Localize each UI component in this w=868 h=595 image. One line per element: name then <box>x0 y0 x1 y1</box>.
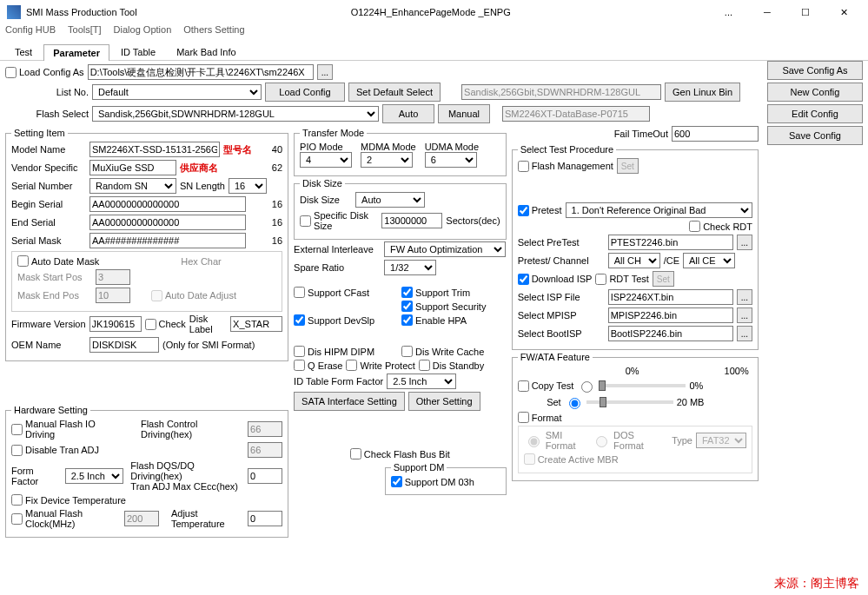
flash-ctrl-input <box>248 421 282 437</box>
maximize-button[interactable]: ☐ <box>788 2 823 23</box>
pretest-file-input[interactable] <box>608 235 733 250</box>
spare-ratio-select[interactable]: 1/32 <box>384 260 436 275</box>
ext-interleave-select[interactable]: FW Auto Optimization <box>384 241 506 257</box>
disk-label-input[interactable] <box>230 316 282 332</box>
disable-tran-check[interactable] <box>11 445 23 456</box>
specific-size-input[interactable] <box>381 213 442 228</box>
fail-timeout-input[interactable] <box>672 126 759 142</box>
copy-test-check[interactable] <box>518 380 529 392</box>
fs-type-select: FAT32 <box>696 433 746 448</box>
load-config-as-check[interactable] <box>5 67 17 78</box>
format-check[interactable] <box>518 412 529 423</box>
new-config-button[interactable]: New Config <box>767 83 863 102</box>
vendor-input[interactable] <box>89 160 176 175</box>
check-fw-check[interactable] <box>145 319 156 330</box>
set-default-button[interactable]: Set Default Select <box>348 83 441 102</box>
mode-label: O1224H_EnhancePageMode _ENPG <box>137 7 725 17</box>
test-procedure-group: Select Test Procedure Flash Management S… <box>512 144 759 350</box>
fw-version-input[interactable] <box>89 316 142 332</box>
check-bus-check[interactable] <box>350 448 361 459</box>
channel-select[interactable]: All CH <box>608 253 660 268</box>
bank-info <box>461 84 661 100</box>
hw-formfactor-select[interactable]: 2.5 Inch <box>65 468 124 484</box>
menu-tools[interactable]: Tools[T] <box>68 24 102 42</box>
bootisp-browse-button[interactable]: ... <box>737 326 752 341</box>
other-setting-button[interactable]: Other Setting <box>408 392 480 411</box>
support-dm03-check[interactable] <box>391 476 402 487</box>
serial-select[interactable]: Random SN <box>89 178 176 194</box>
oem-input[interactable] <box>89 337 159 353</box>
hardware-setting-group: Hardware Setting Manual Flash IO Driving… <box>5 405 288 538</box>
manual-io-check[interactable] <box>11 424 23 435</box>
mbr-check <box>524 453 535 465</box>
app-title: SMI Mass Production Tool <box>26 7 137 17</box>
tab-id[interactable]: ID Table <box>111 43 165 60</box>
wprot-check[interactable] <box>346 360 357 371</box>
hpa-check[interactable] <box>401 314 413 326</box>
mpisp-input[interactable] <box>608 307 733 323</box>
minimize-button[interactable]: ─ <box>750 2 785 23</box>
edit-config-button[interactable]: Edit Config <box>767 104 863 123</box>
check-rdt-check[interactable] <box>689 221 700 232</box>
copy-0-radio[interactable] <box>581 381 593 393</box>
pretest-browse-button[interactable]: ... <box>737 235 752 250</box>
auto-button[interactable]: Auto <box>382 104 434 123</box>
dis-hipm-check[interactable] <box>294 346 305 357</box>
end-serial-input[interactable] <box>89 215 246 230</box>
begin-serial-input[interactable] <box>89 196 246 212</box>
app-icon <box>7 5 21 19</box>
flash-select[interactable]: Sandisk,256Gbit,SDWNRHDRM-128GUL <box>92 106 379 122</box>
fix-temp-check[interactable] <box>11 494 23 506</box>
tab-parameter[interactable]: Parameter <box>43 44 109 61</box>
adj-temp-input[interactable] <box>248 511 282 526</box>
auto-date-check[interactable] <box>17 255 29 267</box>
udma-select[interactable]: 6 <box>425 152 477 168</box>
devslp-check[interactable] <box>294 314 305 326</box>
close-button[interactable]: ✕ <box>826 2 861 23</box>
save-config-button[interactable]: Save Config <box>767 126 863 145</box>
sn-length-select[interactable]: 16 <box>229 178 267 194</box>
rdt-set-button: Set <box>653 271 674 287</box>
rdt-test-check[interactable] <box>595 274 606 285</box>
pretest-check[interactable] <box>518 205 529 216</box>
cfast-check[interactable] <box>294 287 305 298</box>
browse-config-button[interactable]: ... <box>317 64 333 80</box>
disk-size-select[interactable]: Auto <box>355 192 425 208</box>
serial-mask-input[interactable] <box>89 233 246 248</box>
id-formfactor-select[interactable]: 2.5 Inch <box>387 374 456 389</box>
standby-check[interactable] <box>419 360 430 371</box>
save-config-as-button[interactable]: Save Config As <box>767 61 863 80</box>
menu-dialog[interactable]: Dialog Option <box>114 24 172 42</box>
tab-test[interactable]: Test <box>5 43 42 60</box>
tab-bad[interactable]: Mark Bad Info <box>167 43 245 60</box>
gen-linux-button[interactable]: Gen Linux Bin <box>665 83 740 102</box>
trim-check[interactable] <box>401 287 413 298</box>
load-config-button[interactable]: Load Config <box>265 83 345 102</box>
menu-config[interactable]: Config HUB <box>5 24 56 42</box>
qerase-check[interactable] <box>294 360 305 371</box>
ce-select[interactable]: All CE <box>683 253 735 268</box>
list-no-select[interactable]: Default <box>92 84 262 100</box>
isp-file-input[interactable] <box>608 289 733 305</box>
model-name-input[interactable] <box>89 142 220 157</box>
copy-set-radio[interactable] <box>569 398 580 409</box>
fw-feature-group: FW/ATA Feature 0%100% Copy Test 0% Set 2… <box>512 352 759 481</box>
config-path[interactable] <box>88 64 314 80</box>
cecc-input[interactable] <box>248 468 282 484</box>
download-isp-check[interactable] <box>518 274 529 285</box>
sata-setting-button[interactable]: SATA Interface Setting <box>294 392 405 411</box>
manual-clock-check[interactable] <box>11 513 23 525</box>
mpisp-browse-button[interactable]: ... <box>737 307 752 323</box>
security-check[interactable] <box>401 301 413 312</box>
bootisp-input[interactable] <box>608 326 733 341</box>
specific-size-check[interactable] <box>300 215 311 227</box>
dis-cache-check[interactable] <box>401 346 413 357</box>
pretest-select[interactable]: 1. Don't Reference Original Bad <box>566 202 752 218</box>
menu-others[interactable]: Others Setting <box>183 24 244 42</box>
mask-start-input <box>96 269 130 285</box>
manual-button[interactable]: Manual <box>438 104 490 123</box>
flash-mgmt-check[interactable] <box>518 161 529 172</box>
mdma-select[interactable]: 2 <box>361 152 413 168</box>
pio-select[interactable]: 4 <box>300 152 352 168</box>
isp-browse-button[interactable]: ... <box>737 289 752 305</box>
